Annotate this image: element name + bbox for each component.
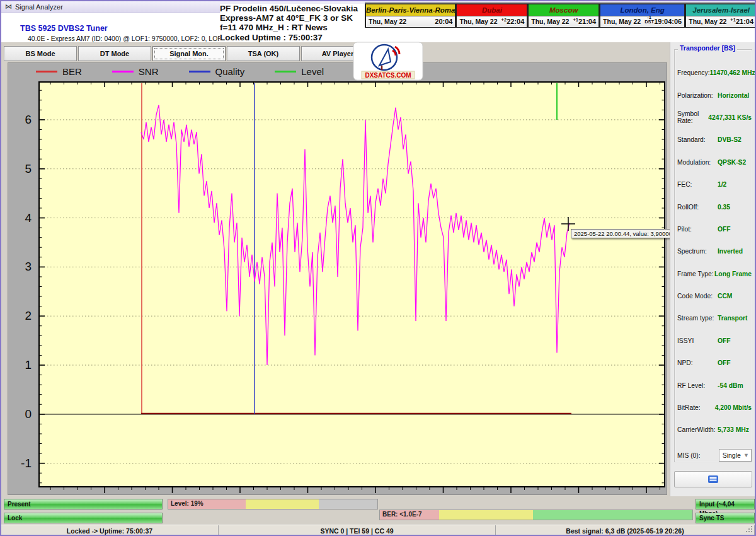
- legend-swatch: [275, 71, 296, 73]
- transponder-value: OFF: [718, 359, 731, 366]
- indicator-bar-label: BER: <1.0E-7: [382, 511, 422, 518]
- legend-item-ber: BER: [36, 66, 82, 77]
- clock-city: Berlin-Paris-Vienna-Roma: [366, 4, 455, 16]
- legend-swatch: [112, 71, 134, 73]
- legend-swatch: [36, 71, 57, 73]
- y-tick-label-6: 6: [10, 113, 32, 127]
- transponder-row: RollOff:0.35: [677, 195, 752, 218]
- transponder-value: OFF: [718, 337, 731, 344]
- list-icon: [708, 475, 718, 483]
- state-button-lock: Lock: [4, 513, 163, 523]
- y-tick-label-5: 5: [10, 162, 32, 176]
- transponder-row: Polarization:Horizontal: [677, 84, 752, 106]
- transponder-rows: Frequency:11470,462 MHzPolarization:Hori…: [677, 62, 752, 441]
- chevron-down-icon: ▼: [743, 452, 751, 458]
- bar-segment: [439, 510, 533, 520]
- annotation-block: PF Prodelin 450/Lučenec-SlovakiaExpress-…: [220, 4, 365, 42]
- logo-text: DXSATCS.COM: [365, 72, 411, 79]
- transponder-value: 0.35: [718, 204, 730, 211]
- transponder-value: 4247,331 KS/s: [708, 114, 752, 121]
- transponder-row: FEC:1/2: [677, 173, 752, 195]
- clock-time: Thu, May 22+121:04: [529, 16, 598, 27]
- mis-dropdown[interactable]: Single ▼: [719, 449, 752, 462]
- signal-analyzer-window: { "window": { "title": "Signal Analyzer"…: [0, 0, 756, 536]
- annotation-line-1: PF Prodelin 450/Lučenec-Slovakia: [220, 4, 365, 13]
- transponder-title: Transponder [BS]: [678, 44, 737, 52]
- legend-label: Quality: [215, 66, 245, 77]
- tab-tsa-ok-[interactable]: TSA (OK): [227, 46, 300, 61]
- indicator-bar-label: Level: 19%: [171, 500, 203, 507]
- mis-row: MIS (0): Single ▼: [677, 449, 752, 462]
- clock-time: Thu, May 22+222:04: [457, 16, 527, 27]
- transponder-label: Code Mode:: [677, 293, 718, 300]
- legend-swatch: [189, 71, 210, 73]
- clock-utc-offset: +1: [730, 18, 736, 22]
- clock-value: 19:04:06: [654, 18, 682, 25]
- clock-time: Thu, May 22+121:04: [686, 16, 756, 27]
- transponder-value: Long Frame: [714, 271, 752, 277]
- clock-date: Thu, May 22: [369, 18, 406, 25]
- legend-item-level: Level: [275, 66, 324, 77]
- transponder-label: FEC:: [677, 181, 718, 188]
- transponder-value: 5,733 MHz: [718, 426, 749, 433]
- clock-utc-offset: +1: [573, 18, 578, 22]
- clock-time: Thu, May 22-1DST19:04:06: [600, 16, 684, 27]
- state-button-sync-ts: Sync TS: [696, 513, 755, 523]
- indicator-bar: Level: 19%: [168, 499, 378, 510]
- clock-3: London, EngThu, May 22-1DST19:04:06: [599, 4, 685, 28]
- transponder-row: ISSYIOFF: [677, 330, 752, 352]
- transponder-row: Spectrum:Inverted: [677, 240, 752, 262]
- clock-value: 20:04: [435, 18, 452, 25]
- indicator-bar: BER: <1.0E-7: [379, 510, 693, 520]
- clock-city: Jerusalem-Israel: [686, 4, 756, 16]
- annotation-line-3: f=11 470 MHz_H : RT News: [220, 23, 365, 32]
- state-button-input-4-04-mbps-: Input (~4,04 Mbps): [696, 499, 755, 510]
- transponder-label: RF Level:: [677, 382, 718, 389]
- transponder-label: Polarization:: [677, 92, 718, 99]
- transponder-row: CarrierWidth:5,733 MHz: [677, 419, 752, 441]
- device-name: TBS 5925 DVBS2 Tuner: [20, 24, 108, 33]
- clock-city: Moscow: [529, 4, 598, 16]
- annotation-line-4: Locked Uptime : 75:00:37: [220, 33, 365, 42]
- transponder-value: 4,200 Mbit/s: [715, 404, 752, 411]
- resize-grip[interactable]: [746, 526, 753, 533]
- clock-2: MoscowThu, May 22+121:04: [527, 4, 599, 28]
- transponder-row: Pilot:OFF: [677, 218, 752, 240]
- transponder-label: Standard:: [677, 136, 718, 143]
- transponder-value: DVB-S2: [718, 136, 742, 143]
- transponder-value: CCM: [718, 293, 732, 300]
- plot-area[interactable]: [39, 82, 665, 495]
- clock-date: Thu, May 22: [689, 18, 726, 25]
- clock-value: 21:04: [736, 18, 753, 25]
- transponder-row: Modulation:QPSK-S2: [677, 151, 752, 173]
- legend-label: SNR: [139, 66, 159, 77]
- transponder-row: NPD:OFF: [677, 352, 752, 374]
- clock-city: Dubai: [457, 4, 527, 16]
- window-title: Signal Analyzer: [15, 3, 63, 11]
- mis-selected-value: Single: [723, 452, 741, 459]
- transponder-label: Symbol Rate:: [677, 110, 708, 124]
- state-button-present: Present: [4, 499, 163, 510]
- clock-utc-offset: -1DST: [644, 15, 654, 24]
- dxsatcs-logo: DXSATCS.COM: [353, 42, 423, 81]
- bar-segment: [319, 499, 377, 509]
- clock-0: Berlin-Paris-Vienna-RomaThu, May 2220:04: [365, 4, 455, 28]
- clock-date: Thu, May 22: [603, 18, 641, 25]
- statusbar-section-2: Best signal: 6,3 dB (2025-05-19 20:26): [496, 525, 755, 536]
- tab-dt-mode[interactable]: DT Mode: [78, 46, 151, 61]
- transponder-row: RF Level:-54 dBm: [677, 374, 752, 396]
- transponder-label: RollOff:: [677, 204, 718, 211]
- transponder-row: Frame Type:Long Frame: [677, 263, 752, 285]
- clock-utc-offset: +2: [501, 18, 507, 22]
- transponder-row: Code Mode:CCM: [677, 285, 752, 307]
- tab-bs-mode[interactable]: BS Mode: [4, 46, 77, 61]
- legend-label: BER: [62, 66, 82, 77]
- y-tick-label-2: 2: [10, 309, 32, 323]
- app-icon: ⋈: [5, 3, 12, 11]
- stream-info-button[interactable]: [674, 471, 752, 487]
- tab-signal-mon-[interactable]: Signal Mon.: [152, 46, 226, 61]
- annotation-line-2: Express-AM7 at 40°E_FK 3 or SK: [220, 13, 365, 23]
- clock-value: 22:04: [507, 18, 524, 25]
- signal-chart[interactable]: [39, 82, 665, 495]
- transponder-label: NPD:: [677, 359, 718, 366]
